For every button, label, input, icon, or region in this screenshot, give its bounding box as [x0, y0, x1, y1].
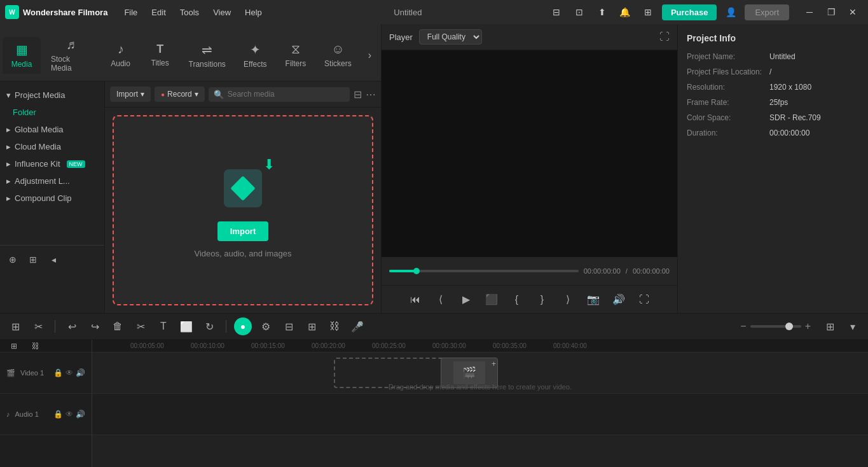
add-folder-icon[interactable]: ⊕: [5, 252, 20, 267]
menu-tools[interactable]: Tools: [174, 5, 205, 20]
sidebar-item-global-media[interactable]: ▸ Global Media: [0, 121, 104, 138]
tab-media[interactable]: ▦ Media: [3, 37, 41, 74]
window-controls: ─ ❐ ✕: [799, 3, 863, 21]
tab-more-icon[interactable]: ›: [361, 46, 378, 64]
quality-select[interactable]: Full Quality 1/2 Quality 1/4 Quality: [419, 29, 482, 45]
record-button[interactable]: ● Record ▾: [155, 87, 205, 102]
upload-icon[interactable]: ⬆: [593, 3, 611, 21]
drop-import-button[interactable]: Import: [217, 221, 268, 241]
window-minimize-button[interactable]: ─: [799, 3, 820, 21]
video-track-mute-icon[interactable]: 🔊: [76, 368, 85, 377]
sidebar-item-folder[interactable]: Folder: [0, 104, 104, 121]
tab-stickers[interactable]: ☺ Stickers: [316, 37, 360, 73]
sidebar-item-cloud-media[interactable]: ▸ Cloud Media: [0, 138, 104, 155]
timeline-group-icon[interactable]: ⊞: [303, 317, 320, 335]
titlebar: W Wondershare Filmora File Edit Tools Vi…: [0, 0, 868, 24]
audio-track-eye-icon[interactable]: 👁: [65, 410, 73, 419]
audio-track-name: Audio 1: [15, 410, 39, 418]
video-track-lock-icon[interactable]: 🔒: [53, 368, 63, 377]
timeline-record-button[interactable]: ●: [234, 317, 252, 335]
zoom-out-icon[interactable]: −: [740, 321, 746, 332]
track-add-sequence-icon[interactable]: ⊞: [5, 337, 23, 355]
player-expand-icon[interactable]: ⛶: [635, 290, 654, 309]
timeline-settings-icon[interactable]: ⚙: [257, 317, 275, 335]
audio-track-row[interactable]: [92, 394, 868, 435]
export-button[interactable]: Export: [745, 4, 789, 20]
tab-audio[interactable]: ♪ Audio: [102, 37, 140, 73]
timeline-delete-icon[interactable]: 🗑: [109, 317, 127, 335]
player-mark-in-icon[interactable]: {: [507, 290, 527, 309]
account-icon[interactable]: 👤: [722, 3, 740, 21]
player-stop-icon[interactable]: ⬛: [482, 290, 501, 309]
sidebar-item-compound-clip[interactable]: ▸ Compound Clip: [0, 190, 104, 207]
video-track-row[interactable]: 🎬 + Drag and drop media and effects here…: [92, 352, 868, 394]
collapse-sidebar-icon[interactable]: ◂: [46, 252, 61, 267]
more-options-icon[interactable]: ⋯: [366, 88, 376, 101]
player-mark-out-icon[interactable]: }: [533, 290, 552, 309]
stock-media-tab-icon: ♬: [66, 38, 76, 52]
player-progress-bar[interactable]: [389, 270, 579, 272]
timeline-voice-icon[interactable]: 🎤: [348, 317, 366, 335]
timeline-grid-icon[interactable]: ⊞: [821, 317, 839, 335]
tab-titles[interactable]: T Titles: [141, 38, 179, 73]
zoom-slider[interactable]: [750, 325, 801, 328]
timeline-rotate-icon[interactable]: ↻: [200, 317, 218, 335]
info-value-framerate: 25fps: [769, 98, 788, 107]
video-track-name: Video 1: [20, 369, 44, 377]
drop-zone[interactable]: ⬇ Import Videos, audio, and images: [113, 115, 373, 305]
clip-add-icon[interactable]: +: [492, 359, 496, 368]
purchase-button[interactable]: Purchase: [662, 4, 717, 20]
timeline-crop-icon[interactable]: ⬜: [177, 317, 195, 335]
menu-file[interactable]: File: [118, 5, 144, 20]
timeline-tool-select-icon[interactable]: ⊞: [6, 317, 24, 335]
player-time-separator: /: [626, 267, 628, 275]
window-close-button[interactable]: ✕: [843, 3, 863, 21]
info-row-framerate: Frame Rate: 25fps: [687, 98, 859, 107]
timeline-split-icon[interactable]: ⊟: [280, 317, 298, 335]
player-snapshot-icon[interactable]: 📷: [584, 290, 603, 309]
timeline-link-icon[interactable]: ⛓: [326, 317, 343, 335]
search-input[interactable]: [228, 90, 345, 99]
timeline-redo-icon[interactable]: ↪: [86, 317, 104, 335]
zoom-in-icon[interactable]: +: [805, 321, 811, 332]
player-fullscreen-icon[interactable]: ⛶: [659, 31, 670, 43]
apps-icon[interactable]: ⊞: [639, 3, 657, 21]
notification-icon[interactable]: 🔔: [616, 3, 634, 21]
minimize-window-icon[interactable]: ⊟: [548, 3, 565, 21]
player-step-back-icon[interactable]: ⟨: [431, 290, 450, 309]
record-dropdown-icon: ▾: [195, 90, 198, 99]
add-media-icon[interactable]: ⊞: [25, 252, 41, 267]
window-maximize-button[interactable]: ❐: [821, 3, 841, 21]
player-tab-label: Player: [389, 32, 413, 42]
filter-icon[interactable]: ⊟: [354, 88, 362, 101]
sidebar-item-project-media[interactable]: ▾ Project Media: [0, 87, 104, 104]
timeline-more-icon[interactable]: ▾: [844, 317, 862, 335]
menu-help[interactable]: Help: [238, 5, 268, 20]
fullscreen-icon[interactable]: ⊡: [570, 3, 588, 21]
tab-transitions[interactable]: ⇌ Transitions: [181, 37, 234, 74]
player-step-forward-icon[interactable]: ⟩: [558, 290, 577, 309]
audio-track-label: ♪ Audio 1 🔒 👁 🔊: [0, 394, 92, 435]
sidebar-item-adjustment[interactable]: ▸ Adjustment L...: [0, 172, 104, 190]
audio-track-mute-icon[interactable]: 🔊: [76, 410, 85, 419]
tab-filters[interactable]: ⧖ Filters: [277, 37, 315, 73]
tab-effects[interactable]: ✦ Effects: [235, 37, 275, 74]
timeline-undo-icon[interactable]: ↩: [63, 317, 81, 335]
menu-edit[interactable]: Edit: [145, 5, 172, 20]
timeline-text-icon[interactable]: T: [155, 317, 172, 335]
timeline-cut-icon[interactable]: ✂: [132, 317, 149, 335]
info-label-name: Project Name:: [687, 52, 769, 61]
player-audio-icon[interactable]: 🔊: [609, 290, 628, 309]
video-track-eye-icon[interactable]: 👁: [65, 368, 73, 377]
track-link-icon[interactable]: ⛓: [27, 337, 45, 355]
sidebar-item-influence-kit[interactable]: ▸ Influence Kit NEW: [0, 155, 104, 172]
audio-track-lock-icon[interactable]: 🔒: [53, 410, 63, 419]
import-button[interactable]: Import ▾: [110, 87, 151, 102]
player-rewind-icon[interactable]: ⏮: [406, 290, 425, 309]
player-timeline: 00:00:00:00 / 00:00:00:00: [382, 257, 677, 285]
timeline-tool-trim-icon[interactable]: ✂: [29, 317, 47, 335]
player-play-icon[interactable]: ▶: [457, 290, 476, 309]
titles-tab-icon: T: [156, 43, 163, 56]
menu-view[interactable]: View: [207, 5, 237, 20]
tab-stock-media[interactable]: ♬ Stock Media: [42, 32, 100, 78]
